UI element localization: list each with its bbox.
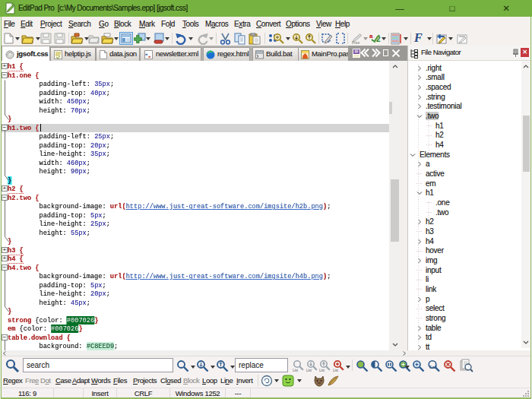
svg-text:1a2: 1a2: [429, 365, 438, 369]
svg-text:List: List: [319, 369, 325, 372]
svg-text:List: List: [293, 369, 299, 372]
svg-text:Free: Free: [352, 40, 360, 45]
svg-text:a: a: [369, 33, 373, 40]
svg-text:List: List: [306, 369, 312, 372]
svg-text:List: List: [333, 369, 339, 372]
